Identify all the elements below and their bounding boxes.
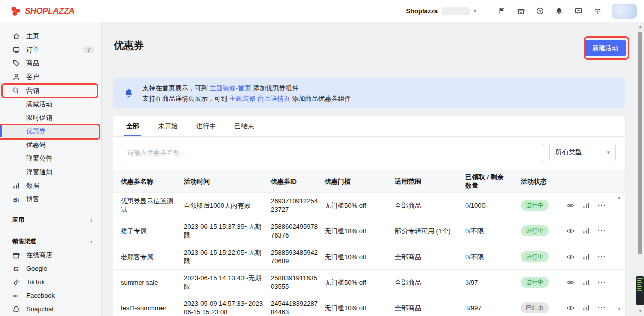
perf-monitor-widget bbox=[636, 276, 644, 305]
sidebar-item-label: 订单 bbox=[26, 45, 39, 54]
sidebar-item-popup-notice[interactable]: 弹窗公告 bbox=[0, 151, 101, 165]
view-icon[interactable] bbox=[566, 278, 575, 287]
coupon-name: summer sale bbox=[121, 278, 184, 287]
svg-text:Bi: Bi bbox=[13, 196, 19, 202]
col-header-status: 活动状态 bbox=[521, 177, 566, 186]
coupon-threshold: 无门槛10% off bbox=[325, 304, 395, 312]
more-actions-icon[interactable]: ··· bbox=[598, 278, 606, 287]
coupons-card: 全部 未开始 进行中 已结束 所有类型 ▾ 优惠券名称 活动时间 优惠券ID 优… bbox=[113, 116, 625, 316]
tab-all[interactable]: 全部 bbox=[126, 116, 139, 136]
wifi-icon[interactable] bbox=[593, 7, 602, 16]
coupon-search-input[interactable] bbox=[121, 144, 544, 161]
remaining-count: /97 bbox=[469, 279, 478, 286]
coupon-id: 258860249597876376 bbox=[271, 222, 325, 240]
topbar: SHOPLAZZA Shoplazza ▾ ? bbox=[0, 0, 644, 22]
sidebar-item-online-store[interactable]: 在线商店 bbox=[0, 248, 101, 262]
help-icon[interactable]: ? bbox=[535, 7, 544, 16]
new-campaign-button[interactable]: 新建活动 bbox=[585, 40, 626, 56]
sidebar-item-label: 在线商店 bbox=[26, 251, 52, 260]
sidebar-item-label: 商品 bbox=[26, 59, 39, 68]
status-badge: 进行中 bbox=[521, 225, 549, 236]
section-label: 应用 bbox=[12, 216, 24, 224]
sidebar-item-tiktok[interactable]: TikTok bbox=[0, 275, 101, 289]
sidebar-item-coupon-codes[interactable]: 优惠码 bbox=[0, 138, 101, 151]
sidebar-item-flash-sale[interactable]: 限时促销 bbox=[0, 111, 101, 124]
sidebar-item-orders[interactable]: 订单 7 bbox=[0, 43, 101, 56]
scrollbar-thumb[interactable] bbox=[638, 32, 642, 254]
campaign-time: 2023-05-09 14:57:33~2023-06-15 15:23:08 bbox=[184, 299, 271, 316]
theme-editor-home-link[interactable]: 主题装修-首页 bbox=[210, 84, 251, 92]
storefront-icon bbox=[12, 251, 20, 259]
campaign-time: 2023-06-15 14:13:43~无期限 bbox=[184, 274, 271, 291]
notice-text: 支持在首页展示，可到 bbox=[142, 84, 210, 92]
sidebar-item-blog[interactable]: Bi 博客 bbox=[0, 192, 101, 206]
stats-icon[interactable] bbox=[582, 227, 590, 235]
campaign-time: 自领取后1000天内有效 bbox=[184, 201, 271, 210]
svg-text:∞: ∞ bbox=[13, 292, 18, 299]
flag-icon[interactable] bbox=[497, 7, 506, 16]
status-badge: 进行中 bbox=[521, 251, 549, 262]
sidebar-item-label: Google bbox=[26, 265, 47, 272]
orders-count-badge: 7 bbox=[83, 46, 94, 53]
sidebar-item-full-reduction[interactable]: 满减活动 bbox=[0, 97, 101, 111]
sidebar-item-label: Facebook bbox=[26, 292, 55, 299]
view-icon[interactable] bbox=[566, 304, 575, 312]
table-scroll-down-icon[interactable]: ▼ bbox=[617, 307, 621, 311]
table-scroll-up-icon[interactable]: ▲ bbox=[617, 196, 621, 200]
coupon-scope: 全部商品 bbox=[395, 201, 465, 210]
theme-editor-product-link[interactable]: 主题装修-商品详情页 bbox=[229, 95, 290, 102]
more-actions-icon[interactable]: ··· bbox=[598, 253, 606, 261]
logo-text: SHOPLAZZA bbox=[25, 6, 74, 16]
sidebar-item-analytics[interactable]: 数据 bbox=[0, 179, 101, 192]
tab-ended[interactable]: 已结束 bbox=[234, 116, 254, 136]
avatar[interactable] bbox=[612, 4, 637, 19]
sidebar-item-marketing[interactable]: 营销 bbox=[0, 84, 101, 97]
tab-not-started[interactable]: 未开始 bbox=[158, 116, 178, 136]
chevron-down-icon: ▾ bbox=[607, 149, 610, 156]
sidebar-item-google[interactable]: G Google bbox=[0, 262, 101, 275]
coupon-scope: 部分专辑可用 (1个) bbox=[395, 227, 465, 235]
stats-icon[interactable] bbox=[582, 304, 590, 312]
view-icon[interactable] bbox=[566, 253, 575, 261]
stats-icon[interactable] bbox=[582, 201, 590, 209]
sidebar-section-apps[interactable]: 应用 › bbox=[0, 213, 101, 227]
sidebar-item-label: TikTok bbox=[26, 278, 45, 286]
view-icon[interactable] bbox=[566, 227, 575, 235]
col-header-time: 活动时间 bbox=[184, 177, 271, 186]
section-label: 销售渠道 bbox=[12, 237, 36, 246]
store-switcher[interactable]: Shoplazza ▾ bbox=[406, 7, 476, 15]
notice-banner: 支持在首页展示，可到 主题装修-首页 添加优惠券组件 支持在商品详情页展示，可到… bbox=[113, 78, 625, 108]
bell-icon[interactable] bbox=[554, 7, 564, 16]
sidebar-item-snapchat[interactable]: Snapchat bbox=[0, 302, 101, 316]
coupon-scope: 全部商品 bbox=[395, 253, 465, 261]
more-actions-icon[interactable]: ··· bbox=[598, 304, 606, 312]
scroll-up-icon[interactable]: ▲ bbox=[638, 25, 642, 29]
notice-text: 添加优惠券组件 bbox=[251, 84, 299, 92]
stats-icon[interactable] bbox=[582, 278, 590, 286]
sidebar-item-coupons[interactable]: 优惠券 bbox=[0, 124, 101, 138]
view-icon[interactable] bbox=[566, 201, 575, 210]
more-actions-icon[interactable]: ··· bbox=[598, 227, 606, 235]
scroll-down-icon[interactable]: ▼ bbox=[638, 309, 642, 313]
storefront-icon[interactable] bbox=[516, 7, 525, 16]
campaign-time: 2023-06-15 15:22:05~无期限 bbox=[184, 248, 271, 265]
sidebar-item-products[interactable]: 商品 bbox=[0, 56, 101, 70]
campaign-time: 2023-06-15 15:37:39~无期限 bbox=[184, 222, 271, 240]
more-actions-icon[interactable]: ··· bbox=[598, 201, 606, 210]
chat-icon[interactable] bbox=[574, 7, 583, 16]
shoplazza-logo[interactable]: SHOPLAZZA bbox=[10, 6, 74, 17]
col-header-scope: 适用范围 bbox=[395, 177, 465, 186]
coupon-name: 优惠券显示位置测试 bbox=[121, 197, 184, 214]
sidebar-section-sales-channels[interactable]: 销售渠道 › bbox=[0, 234, 101, 248]
sidebar-item-facebook[interactable]: ∞ Facebook bbox=[0, 289, 101, 302]
type-filter-select[interactable]: 所有类型 ▾ bbox=[549, 144, 616, 161]
google-icon: G bbox=[12, 265, 20, 273]
table-row: 老顾客专属 2023-06-15 15:22:05~无期限 2588593485… bbox=[113, 244, 625, 269]
page-scrollbar[interactable]: ▲ ▼ bbox=[636, 22, 644, 316]
sidebar-item-home[interactable]: 主页 bbox=[0, 29, 101, 43]
sidebar-item-floating-notice[interactable]: 浮窗通知 bbox=[0, 165, 101, 179]
tab-in-progress[interactable]: 进行中 bbox=[196, 116, 216, 136]
stats-icon[interactable] bbox=[582, 253, 590, 261]
sidebar-item-customers[interactable]: 客户 bbox=[0, 70, 101, 84]
status-tabs: 全部 未开始 进行中 已结束 bbox=[113, 116, 625, 137]
